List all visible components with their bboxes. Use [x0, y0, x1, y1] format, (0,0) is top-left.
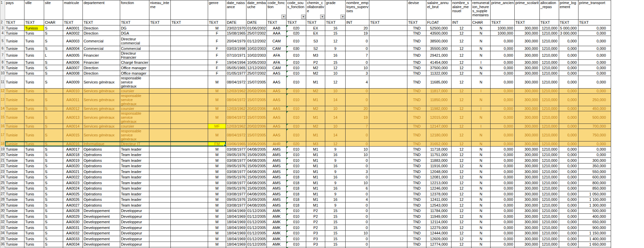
prime_anciennete-cell[interactable]: 0,000 [491, 214, 515, 220]
site-cell[interactable]: S [44, 60, 63, 65]
pays-cell[interactable]: Tunisie [5, 225, 24, 231]
prime_logement-cell[interactable]: 0,000 [559, 129, 578, 141]
genre-cell[interactable]: M [208, 197, 226, 203]
date_naissance-cell[interactable]: 18/04/1969 [226, 230, 246, 236]
prime_anciennete-cell[interactable]: 0,000 [491, 191, 515, 197]
prime_scolarite-cell[interactable]: 300,000 [515, 242, 539, 247]
grade-cell[interactable]: 9 [325, 180, 346, 186]
blank_2-cell[interactable] [369, 36, 407, 46]
chemin_collaborative-cell[interactable]: P3 [306, 236, 325, 242]
allocation_repas-cell[interactable]: 1210,000 [539, 147, 559, 152]
niveau_interne-cell[interactable] [149, 129, 171, 141]
date_embauche-cell[interactable]: 15/07/2005 [246, 111, 267, 124]
row-header[interactable]: 25 [0, 180, 5, 186]
nombre_employes_supervises-cell[interactable]: 0 [346, 242, 369, 247]
niveau_interne-cell[interactable] [149, 186, 171, 191]
nombre_employes_supervises-cell[interactable]: 10 [346, 152, 369, 158]
col-header-prime_anciennete[interactable]: prime_ancien [491, 0, 515, 20]
code_sous_fonction-cell[interactable]: 010 [287, 242, 306, 247]
code_fonction-cell[interactable]: AMS [267, 169, 287, 175]
type-cell-date_naissance[interactable]: DATE [226, 20, 246, 25]
matricule-cell[interactable]: AA0032 [63, 230, 83, 236]
allocation_repas-cell[interactable]: 1210,000 [539, 163, 559, 169]
niveau_interne-cell[interactable] [149, 51, 171, 60]
allocation_repas-cell[interactable]: 1210,000 [539, 225, 559, 231]
date_embauche-cell[interactable]: 10/06/2005 [246, 141, 267, 147]
fonction-cell[interactable]: Developpeur [120, 225, 149, 231]
pays-cell[interactable]: Tunisie [5, 158, 24, 164]
prime_transport-cell[interactable]: 0,000 [578, 152, 611, 158]
row-header[interactable]: 18 [0, 141, 5, 147]
niveau_interne-cell[interactable] [149, 46, 171, 51]
grade-cell[interactable]: 15 [325, 242, 346, 247]
prime_logement-cell[interactable]: 0,000 [559, 219, 578, 225]
niveau_interne-cell[interactable] [149, 158, 171, 164]
date_embauche-cell[interactable]: 12/12/2003 [246, 65, 267, 71]
site-cell[interactable]: S [44, 236, 63, 242]
blank_2-cell[interactable] [369, 197, 407, 203]
matricule-cell[interactable]: AA0007 [63, 65, 83, 71]
matricule-cell[interactable]: AA0021 [63, 169, 83, 175]
departement-cell[interactable]: Informatique [83, 141, 120, 147]
prime_scolarite-cell[interactable]: 300,000 [515, 236, 539, 242]
niveau_interne-cell[interactable] [149, 89, 171, 94]
prime_anciennete-cell[interactable]: 0,000 [491, 186, 515, 191]
nombre_salaire_mensuel-cell[interactable]: 12 [452, 197, 472, 203]
nombre_employes_supervises-cell[interactable]: 3 [346, 71, 369, 76]
departement-cell[interactable]: Opérations [83, 191, 120, 197]
ville-cell[interactable]: Tunis [24, 225, 44, 231]
pays-cell[interactable]: Tunisie [5, 191, 24, 197]
prime_anciennete-cell[interactable]: 0,000 [491, 65, 515, 71]
grade-cell[interactable]: 15 [325, 31, 346, 36]
site-cell[interactable]: S [44, 147, 63, 152]
code_fonction-cell[interactable]: AMS [267, 147, 287, 152]
prime_anciennete-cell[interactable]: 0,000 [491, 147, 515, 152]
type-cell-prime_scolarite[interactable]: TEXT [515, 20, 539, 25]
prime_scolarite-cell[interactable]: 300,000 [515, 60, 539, 65]
allocation_repas-cell[interactable]: 1210,000 [539, 174, 559, 180]
allocation_repas-cell[interactable]: 1210,000 [539, 36, 559, 46]
prime_logement-cell[interactable]: 0,000 [559, 225, 578, 231]
date_embauche-cell[interactable]: 20/02/2006 [246, 89, 267, 94]
chemin_collaborative-cell[interactable]: M1 [306, 163, 325, 169]
blank_1-cell[interactable] [171, 111, 208, 124]
date_naissance-cell[interactable]: 18/04/1969 [226, 225, 246, 231]
date_naissance-cell[interactable]: 18/04/1969 [226, 242, 246, 247]
ville-cell[interactable]: Tunis [24, 203, 44, 208]
code_sous_fonction-cell[interactable]: 010 [287, 158, 306, 164]
code_fonction-cell[interactable]: AMK [267, 219, 287, 225]
remuneration_heures_supplementaires-cell[interactable]: N [472, 197, 491, 203]
col-header-devise[interactable]: devise [407, 0, 426, 20]
prime_transport-cell[interactable]: 0,000 [578, 147, 611, 152]
ville-cell[interactable]: Tunis [24, 169, 44, 175]
site-cell[interactable]: S [44, 219, 63, 225]
matricule-cell[interactable]: AA0014 [63, 124, 83, 129]
prime_anciennete-cell[interactable]: 0,000 [491, 76, 515, 89]
pays-cell[interactable]: Tunisie [5, 186, 24, 191]
remuneration_heures_supplementaires-cell[interactable]: N [472, 65, 491, 71]
site-cell[interactable]: S [44, 124, 63, 129]
blank_1-cell[interactable] [171, 208, 208, 214]
date_embauche-cell[interactable]: 01/06/2002 [246, 25, 267, 31]
code_fonction-cell[interactable]: AMS [267, 163, 287, 169]
genre-cell[interactable]: M [208, 89, 226, 94]
nombre_salaire_mensuel-cell[interactable]: 12 [452, 25, 472, 31]
devise-cell[interactable]: TND [407, 51, 426, 60]
matricule-cell[interactable]: AA0031 [63, 225, 83, 231]
genre-cell[interactable]: F [208, 71, 226, 76]
code_fonction-cell[interactable]: AAB [267, 25, 287, 31]
blank_2-cell[interactable] [369, 65, 407, 71]
nombre_salaire_mensuel-cell[interactable]: 12 [452, 141, 472, 147]
row-header[interactable]: 11 [0, 76, 5, 89]
blank_1-cell[interactable] [171, 124, 208, 129]
prime_logement-cell[interactable]: 0,000 [559, 106, 578, 111]
blank_1-cell[interactable] [171, 152, 208, 158]
row-header[interactable]: 29 [0, 203, 5, 208]
allocation_repas-cell[interactable]: 1210,000 [539, 203, 559, 208]
matricule-cell[interactable]: AA0020 [63, 163, 83, 169]
date_naissance-cell[interactable]: 12/03/1962 [226, 124, 246, 129]
prime_anciennete-cell[interactable]: 0,000 [491, 51, 515, 60]
site-cell[interactable]: S [44, 214, 63, 220]
remuneration_heures_supplementaires-cell[interactable]: N [472, 174, 491, 180]
grade-cell[interactable]: 12 [325, 65, 346, 71]
